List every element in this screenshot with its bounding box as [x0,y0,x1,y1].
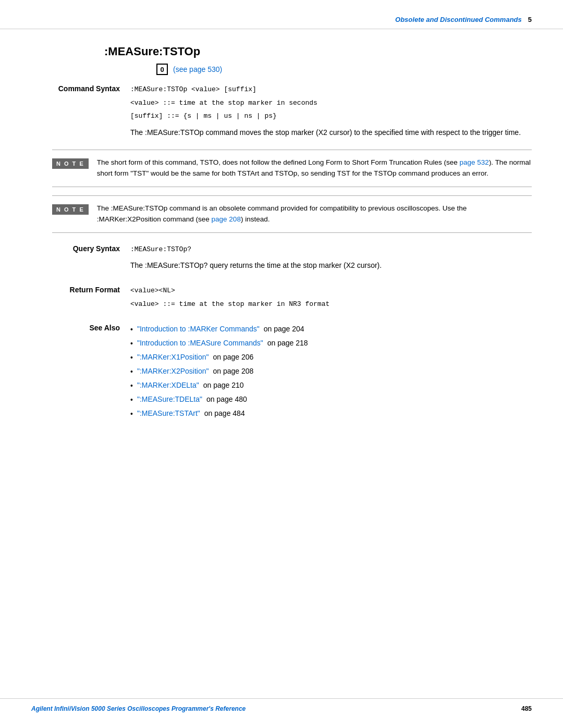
see-also-page-0: on page 204 [264,324,304,335]
header-page-number: 5 [528,16,532,23]
query-syntax-description: The :MEASure:TSTOp? query returns the ti… [130,260,532,271]
see-also-page-4: on page 210 [203,380,244,391]
note2-text-after: ) instead. [241,215,270,223]
see-also-item-6: ":MEASure:TSTArt" on page 484 [130,408,532,419]
icon-row: 0 (see page 530) [156,64,532,75]
see-also-item-2: ":MARKer:X1Position" on page 206 [130,352,532,363]
note2-text-before: The :MEASure:TSTOp command is an obsolet… [97,204,467,223]
note1-row: N O T E The short form of this command, … [52,150,532,187]
see-also-page-1: on page 218 [267,338,308,349]
content-table: Command Syntax :MEASure:TSTOp <value> [s… [52,81,532,425]
note1-text-before: The short form of this command, TSTO, do… [97,158,460,166]
see-also-value: "Introduction to :MARKer Commands" on pa… [130,320,532,425]
note2-container: N O T E The :MEASure:TSTOp command is an… [52,195,532,233]
note2-link[interactable]: page 208 [212,215,241,223]
command-syntax-row: Command Syntax :MEASure:TSTOp <value> [s… [52,81,532,141]
command-syntax-value: :MEASure:TSTOp <value> [suffix] <value> … [130,81,532,141]
see-also-link-3[interactable]: ":MARKer:X2Position" [137,366,209,377]
see-also-page-5: on page 480 [206,394,247,405]
return-format-line2: <value> ::= time at the stop marker in N… [130,299,532,310]
see-also-item-0: "Introduction to :MARKer Commands" on pa… [130,324,532,335]
see-also-link-0[interactable]: "Introduction to :MARKer Commands" [137,324,260,335]
page-container: Obsolete and Discontinued Commands 5 :ME… [0,0,563,728]
see-also-page-2: on page 206 [213,352,253,363]
header-right: Obsolete and Discontinued Commands 5 [395,16,532,23]
note1-text: The short form of this command, TSTO, do… [97,157,532,179]
see-also-page-3: on page 208 [213,366,253,377]
see-also-label: See Also [52,320,130,425]
command-title: :MEASure:TSTOp [104,45,532,58]
see-also-row: See Also "Introduction to :MARKer Comman… [52,320,532,425]
see-also-item-4: ":MARKer:XDELta" on page 210 [130,380,532,391]
return-format-line1: <value><NL> [130,286,532,296]
footer-title: Agilent InfiniiVision 5000 Series Oscill… [31,705,246,712]
note1-cell: N O T E The short form of this command, … [52,150,532,187]
see-also-item-5: ":MEASure:TDELta" on page 480 [130,394,532,405]
return-format-row: Return Format <value><NL> <value> ::= ti… [52,282,532,312]
syntax-line2: <value> ::= time at the stop marker in s… [130,98,532,108]
obsolete-icon: 0 [156,64,168,75]
query-syntax-row: Query Syntax :MEASure:TSTOp? The :MEASur… [52,241,532,275]
command-syntax-label: Command Syntax [52,81,130,141]
note1-badge: N O T E [52,158,89,169]
see-also-link-4[interactable]: ":MARKer:XDELta" [137,380,199,391]
footer-page-number: 485 [521,705,532,712]
main-content: :MEASure:TSTOp 0 (see page 530) Command … [0,29,563,456]
see-also-link-2[interactable]: ":MARKer:X1Position" [137,352,209,363]
return-format-label: Return Format [52,282,130,312]
see-also-list: "Introduction to :MARKer Commands" on pa… [130,324,532,419]
query-syntax-label: Query Syntax [52,241,130,275]
note2-badge: N O T E [52,204,89,215]
note2-row: N O T E The :MEASure:TSTOp command is an… [52,195,532,233]
syntax-line3: [suffix] ::= {s | ms | us | ns | ps} [130,111,532,121]
see-also-link-1[interactable]: "Introduction to :MEASure Commands" [137,338,263,349]
return-format-value: <value><NL> <value> ::= time at the stop… [130,282,532,312]
see-also-link-5[interactable]: ":MEASure:TDELta" [137,394,202,405]
syntax-line1: :MEASure:TSTOp <value> [suffix] [130,84,532,95]
see-also-page-6: on page 484 [204,408,245,419]
note1-container: N O T E The short form of this command, … [52,150,532,187]
page-footer: Agilent InfiniiVision 5000 Series Oscill… [0,698,563,712]
see-also-item-3: ":MARKer:X2Position" on page 208 [130,366,532,377]
see-also-item-1: "Introduction to :MEASure Commands" on p… [130,338,532,349]
note2-text: The :MEASure:TSTOp command is an obsolet… [97,203,532,225]
page-header: Obsolete and Discontinued Commands 5 [0,0,563,29]
note1-link[interactable]: page 532 [460,158,489,166]
query-syntax-line1: :MEASure:TSTOp? [130,244,532,255]
chapter-title: Obsolete and Discontinued Commands [395,16,522,23]
see-also-link-6[interactable]: ":MEASure:TSTArt" [137,408,200,419]
command-syntax-description: The :MEASure:TSTOp command moves the sto… [130,127,532,138]
query-syntax-value: :MEASure:TSTOp? The :MEASure:TSTOp? quer… [130,241,532,275]
see-page-link[interactable]: (see page 530) [173,65,222,73]
note2-cell: N O T E The :MEASure:TSTOp command is an… [52,195,532,233]
